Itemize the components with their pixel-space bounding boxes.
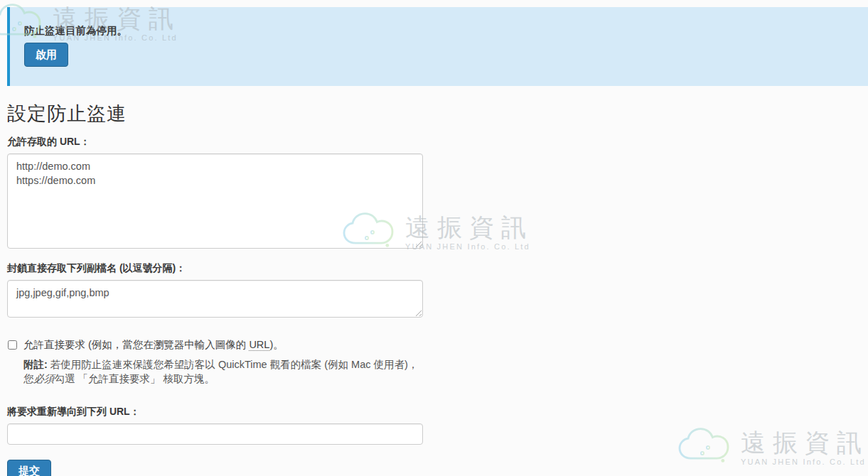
submit-row: 提交 — [7, 460, 448, 476]
enable-button[interactable]: 啟用 — [24, 43, 68, 67]
watermark-subtitle: YUAN JHEN Info. Co. Ltd — [741, 458, 868, 466]
allow-direct-label-text: 允許直接要求 (例如，當您在瀏覽器中輸入圖像的 — [23, 339, 249, 350]
status-text: 防止盜連目前為停用。 — [24, 24, 855, 38]
block-extensions-textarea[interactable]: jpg,jpeg,gif,png,bmp — [7, 280, 423, 318]
note-text-2: 勾選 「允許直接要求」 核取方塊。 — [55, 373, 215, 384]
redirect-url-label: 將要求重新導向到下列 URL： — [7, 406, 448, 418]
url-abbr: URL — [249, 339, 269, 351]
watermark-text: 遠振資訊 YUAN JHEN Info. Co. Ltd — [741, 429, 868, 467]
watermark: 遠振資訊 YUAN JHEN Info. Co. Ltd — [677, 426, 868, 470]
cloud-logo-icon — [677, 426, 734, 470]
submit-button[interactable]: 提交 — [7, 460, 51, 476]
watermark-title: 遠振資訊 — [741, 429, 868, 457]
allow-direct-label-suffix: )。 — [269, 339, 283, 350]
allow-direct-request-checkbox[interactable] — [8, 340, 17, 350]
block-extensions-label: 封鎖直接存取下列副檔名 (以逗號分隔)： — [7, 262, 448, 275]
hotlink-settings-section: 設定防止盜連 允許存取的 URL： http://demo.com https:… — [7, 101, 448, 476]
note-emphasis: 必須 — [34, 373, 55, 384]
allowed-urls-field: http://demo.com https://demo.com — [7, 153, 423, 249]
allowed-urls-label: 允許存取的 URL： — [7, 136, 448, 148]
redirect-url-input[interactable] — [7, 423, 423, 445]
note-label: 附註: — [23, 359, 48, 370]
allow-direct-request-label[interactable]: 允許直接要求 (例如，當您在瀏覽器中輸入圖像的 URL)。 — [23, 338, 284, 352]
allow-direct-request-row: 允許直接要求 (例如，當您在瀏覽器中輸入圖像的 URL)。 — [7, 338, 448, 352]
allowed-urls-textarea[interactable]: http://demo.com https://demo.com — [7, 153, 423, 249]
status-banner: 防止盜連目前為停用。 啟用 — [7, 7, 868, 86]
page-title: 設定防止盜連 — [7, 101, 448, 126]
block-extensions-field: jpg,jpeg,gif,png,bmp — [7, 280, 423, 318]
quicktime-note: 附註: 若使用防止盜連來保護您希望訪客以 QuickTime 觀看的檔案 (例如… — [23, 357, 422, 386]
